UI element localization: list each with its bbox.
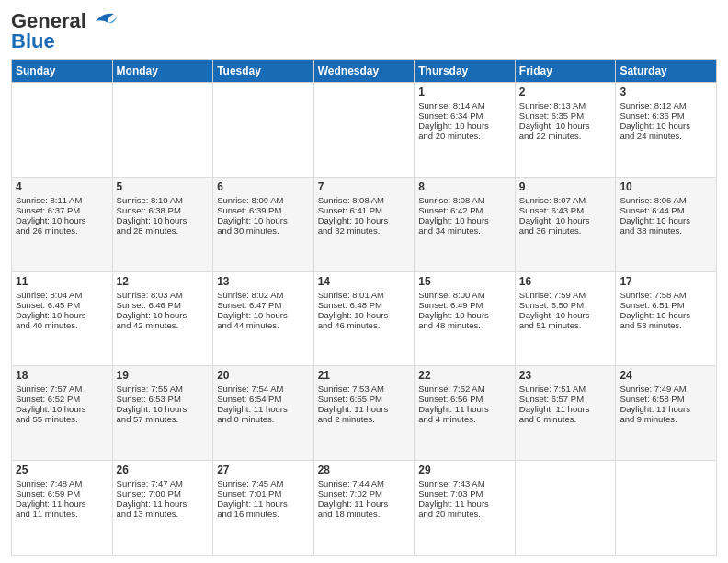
calendar-week-row: 25Sunrise: 7:48 AMSunset: 6:59 PMDayligh…	[12, 461, 717, 556]
day-info: Sunrise: 7:52 AM	[418, 384, 511, 394]
day-info: Sunset: 6:55 PM	[318, 394, 411, 404]
day-info: and 9 minutes.	[620, 414, 712, 424]
table-row: 24Sunrise: 7:49 AMSunset: 6:58 PMDayligh…	[616, 366, 717, 461]
logo-blue: Blue	[11, 29, 55, 53]
day-info: Sunset: 6:57 PM	[519, 394, 612, 404]
calendar-week-row: 18Sunrise: 7:57 AMSunset: 6:52 PMDayligh…	[12, 366, 717, 461]
day-info: and 38 minutes.	[620, 225, 712, 236]
day-info: Sunset: 6:59 PM	[16, 488, 108, 499]
day-info: and 57 minutes.	[117, 414, 210, 424]
day-info: Sunrise: 8:07 AM	[519, 195, 612, 205]
day-info: Sunrise: 8:14 AM	[418, 100, 511, 110]
table-row: 8Sunrise: 8:08 AMSunset: 6:42 PMDaylight…	[415, 177, 516, 271]
col-monday: Monday	[112, 60, 213, 83]
day-info: and 53 minutes.	[620, 320, 712, 330]
table-row	[616, 461, 717, 556]
day-info: Sunset: 6:49 PM	[418, 300, 511, 310]
day-info: Sunset: 6:38 PM	[117, 205, 210, 215]
day-info: Sunrise: 8:06 AM	[620, 195, 712, 205]
day-info: Daylight: 10 hours	[418, 121, 511, 131]
day-info: and 0 minutes.	[217, 414, 310, 424]
day-info: Sunrise: 8:03 AM	[117, 290, 210, 300]
day-info: Sunset: 6:50 PM	[519, 300, 612, 310]
day-info: Sunset: 6:47 PM	[217, 300, 310, 310]
day-info: and 11 minutes.	[16, 509, 108, 519]
day-number: 1	[418, 86, 511, 98]
day-info: Daylight: 10 hours	[16, 215, 108, 225]
table-row: 16Sunrise: 7:59 AMSunset: 6:50 PMDayligh…	[515, 271, 616, 366]
day-info: Sunrise: 7:51 AM	[519, 384, 612, 394]
day-info: Sunrise: 8:04 AM	[16, 290, 108, 300]
table-row: 15Sunrise: 8:00 AMSunset: 6:49 PMDayligh…	[415, 271, 516, 366]
day-info: Sunrise: 7:59 AM	[519, 290, 612, 300]
calendar-header-row: Sunday Monday Tuesday Wednesday Thursday…	[12, 60, 717, 83]
table-row	[112, 83, 213, 178]
day-info: Sunrise: 8:12 AM	[620, 100, 712, 110]
day-info: and 32 minutes.	[318, 225, 411, 236]
day-info: and 2 minutes.	[318, 414, 411, 424]
day-number: 15	[418, 275, 511, 288]
table-row: 10Sunrise: 8:06 AMSunset: 6:44 PMDayligh…	[616, 177, 717, 271]
day-number: 5	[117, 180, 210, 193]
day-number: 13	[217, 275, 310, 288]
col-saturday: Saturday	[616, 60, 717, 83]
day-info: Daylight: 10 hours	[117, 215, 210, 225]
day-info: Sunrise: 7:55 AM	[117, 384, 210, 394]
day-info: Sunrise: 7:47 AM	[117, 478, 210, 488]
table-row: 13Sunrise: 8:02 AMSunset: 6:47 PMDayligh…	[213, 271, 314, 366]
col-sunday: Sunday	[12, 60, 113, 83]
day-info: Sunrise: 7:49 AM	[620, 384, 712, 394]
table-row: 28Sunrise: 7:44 AMSunset: 7:02 PMDayligh…	[313, 461, 415, 556]
day-info: Sunrise: 8:02 AM	[217, 290, 310, 300]
day-info: Daylight: 10 hours	[519, 121, 612, 131]
day-info: Daylight: 11 hours	[318, 404, 411, 414]
day-info: and 51 minutes.	[519, 320, 612, 330]
day-info: Sunrise: 8:11 AM	[16, 195, 108, 205]
day-number: 12	[117, 275, 210, 288]
day-info: Daylight: 11 hours	[117, 499, 210, 509]
day-info: Daylight: 10 hours	[620, 215, 712, 225]
day-info: Daylight: 10 hours	[16, 310, 108, 320]
day-info: and 34 minutes.	[418, 225, 511, 236]
day-info: Sunrise: 8:08 AM	[418, 195, 511, 205]
day-info: and 40 minutes.	[16, 320, 108, 330]
table-row: 27Sunrise: 7:45 AMSunset: 7:01 PMDayligh…	[213, 461, 314, 556]
day-info: and 18 minutes.	[318, 509, 411, 519]
table-row: 5Sunrise: 8:10 AMSunset: 6:38 PMDaylight…	[112, 177, 213, 271]
table-row: 26Sunrise: 7:47 AMSunset: 7:00 PMDayligh…	[112, 461, 213, 556]
day-info: Sunrise: 7:57 AM	[16, 384, 108, 394]
day-info: Sunset: 6:52 PM	[16, 394, 108, 404]
day-info: Sunset: 6:54 PM	[217, 394, 310, 404]
day-info: Sunset: 6:36 PM	[620, 110, 712, 121]
day-info: Daylight: 11 hours	[620, 404, 712, 414]
day-info: and 13 minutes.	[117, 509, 210, 519]
calendar-week-row: 4Sunrise: 8:11 AMSunset: 6:37 PMDaylight…	[12, 177, 717, 271]
day-info: Sunrise: 8:08 AM	[318, 195, 411, 205]
day-info: Sunrise: 7:54 AM	[217, 384, 310, 394]
day-number: 14	[318, 275, 411, 288]
day-info: Sunset: 6:37 PM	[16, 205, 108, 215]
col-friday: Friday	[515, 60, 616, 83]
day-info: Sunset: 6:35 PM	[519, 110, 612, 121]
day-info: Sunrise: 7:43 AM	[418, 478, 511, 488]
day-info: Sunset: 6:53 PM	[117, 394, 210, 404]
table-row: 2Sunrise: 8:13 AMSunset: 6:35 PMDaylight…	[515, 83, 616, 178]
day-number: 28	[318, 464, 411, 477]
day-info: Daylight: 11 hours	[418, 404, 511, 414]
table-row: 3Sunrise: 8:12 AMSunset: 6:36 PMDaylight…	[616, 83, 717, 178]
day-info: Sunset: 7:02 PM	[318, 488, 411, 499]
table-row: 6Sunrise: 8:09 AMSunset: 6:39 PMDaylight…	[213, 177, 314, 271]
day-info: Daylight: 11 hours	[519, 404, 612, 414]
day-info: Sunset: 6:42 PM	[418, 205, 511, 215]
col-thursday: Thursday	[415, 60, 516, 83]
day-info: and 16 minutes.	[217, 509, 310, 519]
day-info: Daylight: 10 hours	[519, 215, 612, 225]
day-info: Sunset: 6:34 PM	[418, 110, 511, 121]
day-info: Sunrise: 8:00 AM	[418, 290, 511, 300]
day-info: Daylight: 10 hours	[217, 310, 310, 320]
table-row: 25Sunrise: 7:48 AMSunset: 6:59 PMDayligh…	[12, 461, 113, 556]
day-info: Sunrise: 7:48 AM	[16, 478, 108, 488]
day-info: Sunset: 6:44 PM	[620, 205, 712, 215]
day-number: 21	[318, 369, 411, 382]
table-row	[12, 83, 113, 178]
